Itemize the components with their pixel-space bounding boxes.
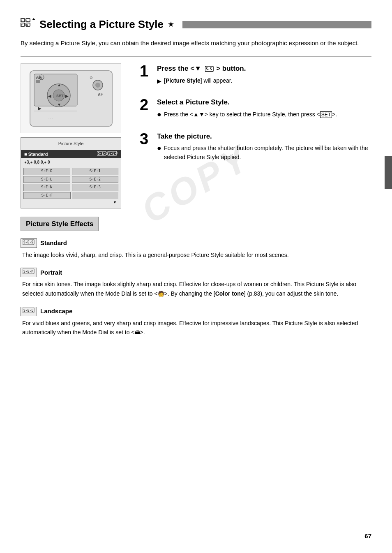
- menu-icon-sel: S·E·L: [23, 176, 70, 183]
- svg-text:S: S: [21, 19, 23, 22]
- main-content: WB ∿ SET ▲ ▼ ◀ ▶ AF ⊙: [21, 63, 371, 208]
- effect-standard-name: Standard: [40, 238, 67, 248]
- menu-params: ●3,● 0,8 0,● 0: [21, 158, 121, 167]
- effect-landscape-body: For vivid blues and greens, and very sha…: [21, 319, 371, 337]
- effect-portrait-body: For nice skin tones. The image looks sli…: [21, 280, 371, 298]
- step-1-body: ▶ [Picture Style] will appear.: [157, 76, 371, 86]
- step-2-bullet-text: Press the <▲▼> key to select the Picture…: [164, 110, 337, 119]
- step-3-number: 3: [140, 131, 151, 147]
- effect-portrait-name: Portrait: [40, 268, 62, 278]
- menu-icon-row-1: S·E·P S·E·1: [23, 168, 118, 175]
- picture-style-icon-svg: S P L N: [21, 17, 35, 28]
- step-1-heading: Press the <▼ S·S > button.: [157, 63, 371, 74]
- section-divider: [21, 56, 371, 57]
- step-2-number: 2: [140, 97, 151, 113]
- step-1-content: Press the <▼ S·S > button. ▶ [Picture St…: [157, 63, 371, 86]
- step-2-heading: Select a Picture Style.: [157, 97, 371, 108]
- menu-selected-icons: S·E·S S·E·M: [97, 151, 118, 157]
- svg-text:L: L: [26, 19, 28, 22]
- picture-style-btn-icon: S·S: [205, 66, 214, 72]
- step-3-content: Take the picture. ● Focus and press the …: [157, 131, 371, 162]
- menu-icon-sen: S·E·N: [23, 184, 70, 191]
- menu-icon-empty: [72, 192, 119, 199]
- effect-portrait-heading: S·E·P Portrait: [21, 268, 371, 277]
- menu-icon-row-4: S·E·F: [23, 192, 118, 199]
- effects-section: Picture Style Effects S·E·S Standard The…: [21, 217, 371, 337]
- svg-text:SET: SET: [56, 94, 64, 98]
- camera-diagram: WB ∿ SET ▲ ▼ ◀ ▶ AF ⊙: [26, 67, 116, 130]
- svg-text:S·E·P: S·E·P: [23, 270, 33, 273]
- effect-standard-heading: S·E·S Standard: [21, 238, 371, 248]
- step-1-number: 1: [140, 63, 151, 79]
- intro-text: By selecting a Picture Style, you can ob…: [21, 38, 371, 48]
- page-number: 67: [364, 532, 371, 541]
- step-2: 2 Select a Picture Style. ● Press the <▲…: [140, 97, 371, 120]
- right-column: 1 Press the <▼ S·S > button. ▶ [Pictu: [140, 63, 371, 208]
- standard-style-icon: S·E·S: [23, 239, 35, 245]
- svg-text:N: N: [26, 23, 28, 26]
- svg-text:S·S: S·S: [206, 67, 212, 71]
- svg-text:∿: ∿: [40, 76, 43, 79]
- left-column: WB ∿ SET ▲ ▼ ◀ ▶ AF ⊙: [21, 63, 127, 208]
- svg-text:· · ·: · · ·: [48, 116, 53, 120]
- svg-text:⊙: ⊙: [90, 76, 93, 80]
- step-2-body: ● Press the <▲▼> key to select the Pictu…: [157, 110, 371, 120]
- svg-text:▲: ▲: [57, 83, 61, 87]
- step-3-bullet-1: ● Focus and press the shutter button com…: [157, 144, 371, 162]
- effect-portrait-icon: S·E·P: [21, 268, 37, 277]
- page-title: Selecting a Picture Style: [39, 16, 164, 32]
- step-1-bullet-text: [Picture Style] will appear.: [164, 76, 233, 86]
- menu-title: Picture Style: [21, 139, 121, 149]
- svg-text:S·E·L: S·E·L: [23, 309, 33, 312]
- menu-style-icons: S·E·S S·E·M: [97, 151, 118, 156]
- step-3-bullet-text: Focus and press the shutter button compl…: [164, 144, 371, 162]
- title-bar: [182, 21, 371, 28]
- star-icon: ★: [168, 19, 174, 30]
- svg-text:▼: ▼: [57, 102, 61, 107]
- menu-selected-item: ■ Standard S·E·S S·E·M: [21, 150, 121, 159]
- menu-icon-sem: S·E·1: [72, 168, 119, 175]
- menu-icon-se3: S·E·3: [72, 184, 119, 191]
- svg-text:S·E·S: S·E·S: [98, 152, 108, 155]
- bullet-dot-icon: ●: [157, 109, 161, 120]
- camera-image: WB ∿ SET ▲ ▼ ◀ ▶ AF ⊙: [21, 63, 121, 133]
- menu-selected-label: ■ Standard: [24, 151, 48, 158]
- landscape-style-icon: S·E·L: [23, 308, 35, 313]
- menu-icon-grid: S·E·P S·E·1 S·E·L S·E·2 S·E·N S·E·3 S·E·…: [21, 167, 121, 206]
- effect-standard-icon: S·E·S: [21, 238, 37, 248]
- portrait-style-icon: S·E·P: [23, 268, 35, 274]
- effect-standard: S·E·S Standard The image looks vivid, sh…: [21, 238, 371, 259]
- effects-title: Picture Style Effects: [21, 217, 99, 231]
- step-3: 3 Take the picture. ● Focus and press th…: [140, 131, 371, 162]
- svg-marker-8: [32, 18, 35, 20]
- menu-icon-sep: S·E·P: [23, 168, 70, 175]
- svg-text:S·E·M: S·E·M: [108, 152, 118, 155]
- picture-style-menu: Picture Style ■ Standard S·E·S S·E·M ●3,…: [21, 137, 121, 208]
- title-icon: S P L N: [21, 17, 35, 32]
- right-tab: [385, 156, 392, 189]
- effect-landscape-heading: S·E·L Landscape: [21, 307, 371, 316]
- svg-rect-22: [36, 80, 40, 83]
- svg-text:P: P: [21, 23, 23, 26]
- effect-landscape-name: Landscape: [40, 307, 72, 316]
- menu-icon-row-2: S·E·L S·E·2: [23, 176, 118, 183]
- arrow-icon: ▶: [157, 77, 161, 86]
- svg-text:AF: AF: [98, 93, 103, 97]
- svg-text:▶: ▶: [65, 94, 69, 98]
- step-3-heading: Take the picture.: [157, 131, 371, 142]
- svg-text:◀: ◀: [48, 94, 51, 98]
- menu-icon-sef: S·E·F: [23, 192, 71, 199]
- step-3-body: ● Focus and press the shutter button com…: [157, 144, 371, 162]
- menu-icon-se2: S·E·2: [72, 176, 119, 183]
- bullet-dot-icon-2: ●: [157, 143, 161, 153]
- menu-icon-row-3: S·E·N S·E·3: [23, 184, 118, 191]
- step-1: 1 Press the <▼ S·S > button. ▶ [Pictu: [140, 63, 371, 86]
- step-2-content: Select a Picture Style. ● Press the <▲▼>…: [157, 97, 371, 120]
- svg-text:S·E·S: S·E·S: [23, 241, 33, 244]
- effect-landscape: S·E·L Landscape For vivid blues and gree…: [21, 307, 371, 337]
- step-2-bullet-1: ● Press the <▲▼> key to select the Pictu…: [157, 110, 371, 120]
- svg-text:▶: ▶: [38, 106, 42, 111]
- effect-landscape-icon: S·E·L: [21, 307, 37, 316]
- svg-point-28: [95, 83, 100, 88]
- effect-standard-body: The image looks vivid, sharp, and crisp.…: [21, 250, 371, 259]
